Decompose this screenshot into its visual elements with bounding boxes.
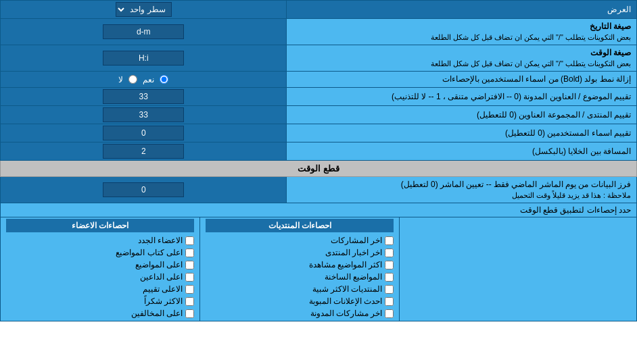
topic-sort-label: تقييم الموضوع / العناوين المدونة (0 -- ا…: [287, 88, 637, 106]
user-names-title: تقييم اسماء المستخدمين (0 للتعطيل): [292, 128, 631, 139]
bold-remove-yes-radio[interactable]: [160, 75, 168, 84]
date-format-input[interactable]: [103, 24, 184, 39]
date-format-sublabel: بعض التكوينات يتطلب "/" التي يمكن ان تضا…: [292, 32, 631, 43]
checkbox-top-violators-label: اعلى المخالفين: [131, 309, 183, 318]
topic-sort-input[interactable]: [103, 89, 184, 104]
checkbox-last-posts-input[interactable]: [385, 236, 394, 245]
time-format-label: صيغة الوقت بعض التكوينات يتطلب "/" التي …: [287, 45, 637, 72]
date-format-title: صيغة التاريخ: [292, 21, 631, 32]
forum-sort-input[interactable]: [103, 107, 184, 122]
cell-spacing-input[interactable]: [103, 144, 184, 159]
checkbox-forum-news[interactable]: اخر اخبار المنتدى: [206, 246, 394, 259]
checkbox-most-thanked[interactable]: الاكثر شكراً: [6, 295, 194, 307]
checkbox-most-thanked-input[interactable]: [185, 297, 194, 306]
checkbox-popular-forums-input[interactable]: [385, 285, 394, 294]
display-input[interactable]: سطر واحد: [1, 1, 287, 19]
checkbox-blog-posts[interactable]: اخر مشاركات المدونة: [206, 307, 394, 319]
checkbox-classified-ads[interactable]: احدث الإعلانات المبوبة: [206, 295, 394, 307]
cutoff-note: ملاحظة : هذا قد يزيد قليلاً وقت التحميل: [292, 190, 631, 201]
user-names-label: تقييم اسماء المستخدمين (0 للتعطيل): [287, 124, 637, 142]
topic-sort-input-cell: [1, 88, 287, 106]
checkbox-top-violators-input[interactable]: [185, 309, 194, 318]
checkbox-last-posts-label: اخر المشاركات: [331, 236, 382, 245]
forum-sort-title: تقييم المنتدى / المجموعة العناوين (0 للت…: [292, 109, 631, 121]
checkbox-classified-ads-input[interactable]: [385, 297, 394, 306]
stats-empty-col: [399, 217, 636, 321]
date-format-label: صيغة التاريخ بعض التكوينات يتطلب "/" الت…: [287, 19, 637, 45]
checkbox-last-posts[interactable]: اخر المشاركات: [206, 234, 394, 246]
date-format-input-cell: [1, 19, 287, 45]
checkbox-hot-topics[interactable]: المواضيع الساخنة: [206, 271, 394, 283]
checkbox-top-inviters-input[interactable]: [185, 273, 194, 282]
topic-sort-title: تقييم الموضوع / العناوين المدونة (0 -- ا…: [292, 91, 631, 103]
cell-spacing-title: المسافة بين الخلايا (بالبكسل): [292, 146, 631, 157]
bold-remove-no-radio[interactable]: [128, 75, 137, 84]
stats-members-title: احصاءات الاعضاء: [6, 219, 194, 232]
bold-remove-label: إزالة نمط بولد (Bold) من اسماء المستخدمي…: [287, 72, 637, 88]
checkbox-top-rated[interactable]: الاعلى تقييم: [6, 283, 194, 295]
checkbox-blog-posts-label: اخر مشاركات المدونة: [310, 309, 383, 318]
checkbox-new-members-label: الاعضاء الجدد: [138, 236, 183, 245]
checkbox-forum-news-input[interactable]: [385, 249, 394, 257]
checkbox-top-writers[interactable]: اعلى كتاب المواضيع: [6, 246, 194, 259]
display-select[interactable]: سطر واحد: [116, 2, 172, 17]
time-format-sublabel: بعض التكوينات يتطلب "/" التي يمكن ان تضا…: [292, 59, 631, 69]
bold-remove-radio-group: نعم لا: [3, 75, 283, 84]
checkbox-new-members-input[interactable]: [185, 236, 194, 245]
time-format-input-cell: [1, 45, 287, 72]
bold-remove-no-label: لا: [118, 75, 123, 84]
bold-remove-input-cell: نعم لا: [1, 72, 287, 88]
bold-remove-yes-label: نعم: [143, 75, 154, 84]
checkbox-top-posters[interactable]: اعلى المواضيع: [6, 259, 194, 271]
cutoff-main-label: فرز البيانات من يوم الماشر الماضي فقط --…: [292, 179, 631, 190]
cutoff-label: فرز البيانات من يوم الماشر الماضي فقط --…: [287, 177, 637, 203]
checkbox-top-inviters-label: اعلى الداعين: [140, 272, 183, 282]
user-names-input-cell: [1, 124, 287, 142]
checkbox-most-thanked-label: الاكثر شكراً: [144, 296, 183, 306]
cell-spacing-input-cell: [1, 142, 287, 161]
cutoff-input[interactable]: [103, 182, 184, 197]
cutoff-section-header: قطع الوقت: [1, 161, 637, 177]
stats-members-col: احصاءات الاعضاء الاعضاء الجدد اعلى كتاب …: [1, 217, 199, 321]
checkbox-most-viewed[interactable]: اكثر المواضيع مشاهدة: [206, 259, 394, 271]
checkbox-hot-topics-label: المواضيع الساخنة: [325, 272, 382, 282]
checkbox-classified-ads-label: احدث الإعلانات المبوبة: [309, 296, 383, 306]
checkbox-top-writers-label: اعلى كتاب المواضيع: [116, 248, 183, 257]
checkbox-top-posters-label: اعلى المواضيع: [135, 260, 183, 269]
stats-section: احصاءات المنتديات اخر المشاركات اخر اخبا…: [1, 217, 636, 321]
stats-limit-label: حدد إحصاءات لتطبيق قطع الوقت: [1, 203, 637, 217]
checkbox-blog-posts-input[interactable]: [385, 309, 394, 318]
checkbox-most-viewed-input[interactable]: [385, 261, 394, 269]
stats-posts-title: احصاءات المنتديات: [206, 219, 394, 232]
checkbox-top-writers-input[interactable]: [185, 249, 194, 257]
bold-remove-title: إزالة نمط بولد (Bold) من اسماء المستخدمي…: [292, 74, 631, 85]
checkbox-top-violators[interactable]: اعلى المخالفين: [6, 307, 194, 319]
forum-sort-label: تقييم المنتدى / المجموعة العناوين (0 للت…: [287, 106, 637, 124]
time-format-input[interactable]: [103, 51, 184, 66]
checkbox-top-rated-input[interactable]: [185, 285, 194, 294]
checkbox-top-posters-input[interactable]: [185, 261, 194, 269]
checkbox-most-viewed-label: اكثر المواضيع مشاهدة: [309, 260, 383, 269]
cell-spacing-label: المسافة بين الخلايا (بالبكسل): [287, 142, 637, 161]
user-names-input[interactable]: [103, 126, 184, 140]
checkbox-top-inviters[interactable]: اعلى الداعين: [6, 271, 194, 283]
display-label: العرض: [287, 1, 637, 19]
checkbox-new-members[interactable]: الاعضاء الجدد: [6, 234, 194, 246]
checkbox-popular-forums-label: المنتديات الاكثر شبية: [312, 284, 383, 294]
checkbox-top-rated-label: الاعلى تقييم: [143, 284, 183, 294]
time-format-title: صيغة الوقت: [292, 47, 631, 59]
cutoff-input-cell: [1, 177, 287, 203]
checkbox-forum-news-label: اخر اخبار المنتدى: [325, 248, 383, 257]
checkbox-hot-topics-input[interactable]: [385, 273, 394, 282]
stats-posts-col: احصاءات المنتديات اخر المشاركات اخر اخبا…: [199, 217, 399, 321]
forum-sort-input-cell: [1, 106, 287, 124]
checkbox-popular-forums[interactable]: المنتديات الاكثر شبية: [206, 283, 394, 295]
